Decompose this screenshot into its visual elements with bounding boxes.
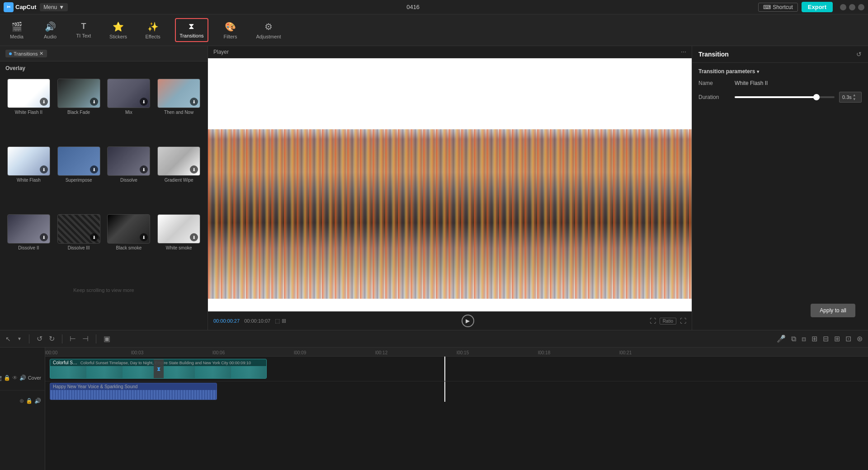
transition-then-now[interactable]: ⬇ Then and Now — [156, 79, 202, 143]
label-mix: Mix — [125, 110, 132, 115]
separator-2 — [62, 334, 62, 343]
menu-chevron: ▼ — [59, 4, 64, 10]
ruler-18: l00:18 — [538, 350, 550, 355]
tool-filters[interactable]: 🎨 Filters — [219, 19, 242, 42]
thumb-mix: ⬇ — [107, 79, 150, 108]
download-icon-2[interactable]: ⬇ — [90, 98, 98, 106]
download-icon-7[interactable]: ⬇ — [140, 165, 148, 174]
play-button-wrap: ▶ — [291, 315, 645, 327]
download-icon[interactable]: ⬇ — [40, 98, 48, 106]
stickers-label: Stickers — [109, 34, 127, 39]
download-icon-4[interactable]: ⬇ — [190, 98, 198, 106]
mic-tool[interactable]: 🎤 — [776, 334, 787, 344]
label-white-flash: White Flash — [17, 178, 41, 183]
camera-icon[interactable]: 📷 — [0, 375, 2, 381]
volume-icon[interactable]: 🔊 — [19, 375, 26, 381]
duration-slider[interactable] — [735, 96, 835, 98]
transition-gradient-wipe[interactable]: ⬇ Gradient Wipe — [156, 146, 202, 211]
duration-value: 0.3s ▲▼ — [839, 92, 862, 103]
transition-black-fade[interactable]: ⬇ Black Fade — [56, 79, 102, 143]
fullscreen-icon[interactable]: ⛶ — [680, 317, 686, 324]
download-icon-12[interactable]: ⬇ — [190, 233, 198, 241]
label-white-smoke: White smoke — [166, 245, 192, 250]
tag-close[interactable]: ✕ — [39, 51, 43, 56]
zoom-fit-icon[interactable]: ⛶ — [650, 317, 656, 324]
align-tool[interactable]: ⊞ — [811, 334, 818, 344]
delete-tool[interactable]: ▣ — [103, 334, 111, 344]
transition-dissolve[interactable]: ⬇ Dissolve — [106, 146, 152, 211]
slider-thumb[interactable] — [813, 94, 820, 100]
download-icon-3[interactable]: ⬇ — [140, 98, 148, 106]
frame-icon[interactable]: ⬚ — [275, 318, 280, 324]
select-tool[interactable]: ↖ — [5, 334, 12, 343]
lock-icon[interactable]: 🔒 — [4, 375, 10, 381]
timeline-section: ↖ ▼ ↺ ↻ ⊢ ⊣ ▣ 🎤 ⧉ ⧈ ⊞ ⊟ ⊞ ⊡ ⊛ — [0, 330, 868, 470]
audio-label-icon2[interactable]: 🔒 — [26, 398, 33, 404]
download-icon-8[interactable]: ⬇ — [190, 165, 198, 174]
download-icon-10[interactable]: ⬇ — [90, 233, 98, 241]
transition-white-smoke[interactable]: ⬇ White smoke — [156, 214, 202, 278]
transition-white-flash[interactable]: ⬇ White Flash — [5, 146, 52, 211]
eye-icon[interactable]: 👁 — [12, 375, 18, 381]
select-arrow[interactable]: ▼ — [16, 335, 23, 342]
menu-button[interactable]: Menu ▼ — [40, 3, 68, 11]
apply-all-button[interactable]: Apply to all — [811, 304, 855, 317]
zoom-in-tool[interactable]: ⊞ — [833, 334, 841, 344]
reset-icon[interactable]: ↺ — [856, 51, 862, 58]
clip-full-title: Colorful Sunset Timelapse, Day to Night,… — [79, 361, 251, 365]
transition-white-flash-2[interactable]: ⬇ White Flash II — [5, 79, 52, 143]
redo-tool[interactable]: ↻ — [48, 334, 56, 344]
ruler-12: l00:12 — [375, 350, 387, 355]
minimize-button[interactable] — [840, 4, 846, 10]
grid-icon[interactable]: ⊞ — [282, 318, 286, 324]
tool-text[interactable]: T TI Text — [72, 19, 95, 41]
audio-clip[interactable]: Happy New Year Voice & Sparkling Sound — [50, 383, 217, 400]
timeline-content: 📷 🔒 👁 🔊 Cover ⊕ 🔒 🔊 l00:00 l00:03 — [0, 348, 868, 470]
player-menu-icon[interactable]: ⋯ — [681, 49, 686, 55]
close-button[interactable] — [858, 4, 864, 10]
duration-row: Duration 0.3s ▲▼ — [698, 92, 862, 103]
time-current: 00:00:00:27 — [213, 318, 240, 324]
transition-marker[interactable]: ⧗ — [154, 359, 164, 378]
split-tool[interactable]: ⊢ — [69, 334, 77, 344]
transition-superimpose[interactable]: ⬇ Superimpose — [56, 146, 102, 211]
keep-scrolling: Keep scrolling to view more — [5, 282, 202, 326]
media-icon: 🎬 — [11, 21, 23, 32]
ratio-button[interactable]: Ratio — [660, 318, 676, 324]
export-button[interactable]: Export — [802, 2, 833, 12]
transitions-tag[interactable]: Transitions ✕ — [5, 50, 47, 57]
tool-adjustment[interactable]: ⚙ Adjustment — [253, 19, 285, 42]
left-panel-header: Transitions ✕ — [0, 46, 208, 61]
tool-media[interactable]: 🎬 Media — [5, 19, 28, 42]
player-body — [208, 58, 692, 311]
settings-tl-tool[interactable]: ⊛ — [856, 334, 863, 344]
text-icon: T — [81, 22, 86, 31]
undo-tool[interactable]: ↺ — [36, 334, 43, 344]
content-row: Transitions ✕ Overlay ⬇ White Flash II ⬇… — [0, 46, 868, 330]
transition-dissolve-3[interactable]: ⬇ Dissolve III — [56, 214, 102, 278]
transition-mix[interactable]: ⬇ Mix — [106, 79, 152, 143]
split-clip-tool[interactable]: ⧉ — [790, 334, 797, 344]
name-label: Name — [698, 80, 730, 86]
frame-prev[interactable]: ⊣ — [81, 334, 90, 344]
tool-effects[interactable]: ✨ Effects — [142, 19, 164, 42]
transition-dissolve-2[interactable]: ⬇ Dissolve II — [5, 214, 52, 278]
download-icon-11[interactable]: ⬇ — [140, 233, 148, 241]
video-clip[interactable]: Colorful S… Colorful Sunset Timelapse, D… — [50, 359, 267, 379]
fit-tool[interactable]: ⊡ — [844, 334, 852, 344]
audio-label-icon3[interactable]: 🔊 — [34, 398, 41, 404]
play-button[interactable]: ▶ — [462, 315, 474, 327]
download-icon-9[interactable]: ⬇ — [40, 233, 48, 241]
duration-arrows[interactable]: ▲▼ — [853, 93, 856, 101]
tool-stickers[interactable]: ⭐ Stickers — [106, 19, 131, 42]
tool-audio[interactable]: 🔊 Audio — [39, 19, 61, 42]
audio-label-icon1[interactable]: ⊕ — [19, 398, 24, 404]
shortcut-button[interactable]: ⌨ Shortcut — [758, 3, 798, 12]
tool-transitions[interactable]: ⧗ Transitions — [175, 18, 208, 42]
download-icon-5[interactable]: ⬇ — [40, 165, 48, 174]
transition-black-smoke[interactable]: ⬇ Black smoke — [106, 214, 152, 278]
transition-tl-tool[interactable]: ⧈ — [801, 334, 807, 344]
zoom-out-tool[interactable]: ⊟ — [822, 334, 830, 344]
download-icon-6[interactable]: ⬇ — [90, 165, 98, 174]
maximize-button[interactable] — [849, 4, 855, 10]
